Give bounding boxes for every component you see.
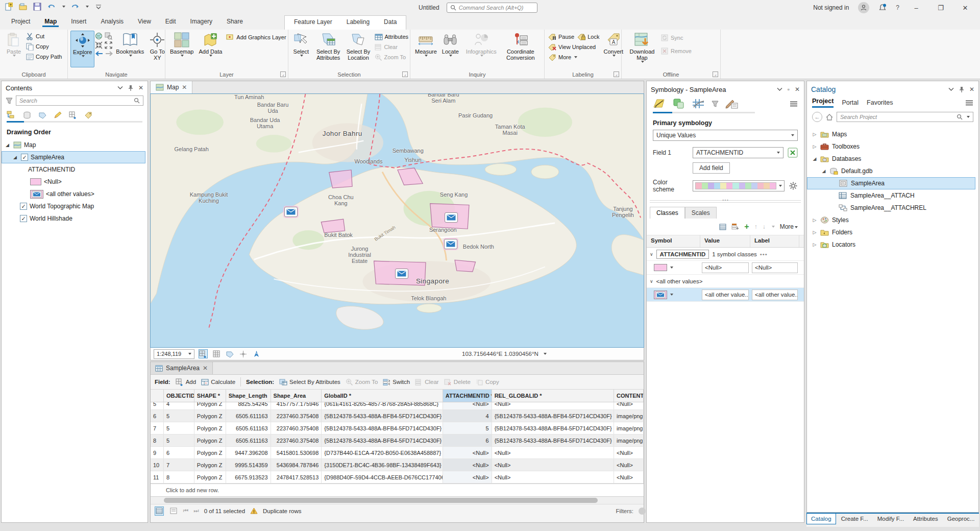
catalog-search-dropdown-icon[interactable] xyxy=(967,116,970,118)
column-header-shape_area[interactable]: Shape_Area xyxy=(271,390,322,402)
legend-item-other-values[interactable]: <all other values> xyxy=(2,188,148,200)
symbology-method-select[interactable]: Unique Values xyxy=(653,130,798,141)
cell[interactable]: 5 xyxy=(151,402,164,409)
column-header-objectid[interactable]: OBJECTID * xyxy=(164,390,194,402)
lock-labels-button[interactable]: Lock xyxy=(576,32,601,42)
class-row-null[interactable]: <Null> <Null> xyxy=(647,261,804,275)
catalog-bottom-tab-catalog[interactable]: Catalog xyxy=(806,514,836,524)
cell[interactable]: Polygon Z xyxy=(194,422,226,434)
cell[interactable]: <Null> xyxy=(492,402,614,409)
catalog-menu-chevron-icon[interactable] xyxy=(948,87,954,91)
row-selector-header[interactable] xyxy=(151,390,164,402)
coordinate-conversion-button[interactable]: Coordinate Conversion xyxy=(502,31,540,67)
new-project-icon[interactable] xyxy=(4,2,13,11)
labeling-dialog-launcher[interactable]: ⌟ xyxy=(614,71,619,77)
save-project-icon[interactable] xyxy=(33,2,42,11)
table-view-icon[interactable] xyxy=(155,506,164,516)
help-icon[interactable]: ? xyxy=(896,4,899,11)
symbology-close-icon[interactable]: ✕ xyxy=(795,86,800,93)
catalog-item-databases[interactable]: ◢Databases xyxy=(807,153,978,165)
table-row[interactable]: 54Polygon Z8825.542454157757.175946{061E… xyxy=(151,402,644,410)
list-by-labeling-icon[interactable] xyxy=(84,111,92,118)
selection-dialog-launcher[interactable]: ⌟ xyxy=(402,71,408,77)
scales-tab[interactable]: Scales xyxy=(685,207,717,219)
table-row[interactable]: 107Polygon Z9995.5143595436984.787846{31… xyxy=(151,459,644,471)
column-header-rel_globalid[interactable]: REL_GLOBALID * xyxy=(492,390,614,402)
null-value-cell[interactable]: <Null> xyxy=(702,262,749,273)
other-label-cell[interactable]: <all other value... xyxy=(752,289,798,300)
add-values-icon[interactable] xyxy=(731,223,739,230)
cell[interactable]: <Null> xyxy=(492,471,614,483)
cell[interactable]: 2478417.528513 xyxy=(271,471,322,483)
list-by-drawing-order-icon[interactable] xyxy=(7,111,16,119)
cell[interactable]: <Null> xyxy=(443,402,492,409)
go-to-xy-button[interactable]: Go To XY xyxy=(147,31,167,67)
catalog-close-icon[interactable]: ✕ xyxy=(969,86,974,93)
cell[interactable]: {5B124378-5433-488A-BFB4-5FD714CD430F} xyxy=(322,410,443,422)
transfer-selection-icon[interactable] xyxy=(225,349,234,358)
explore-button[interactable]: Explore xyxy=(70,31,94,67)
calculate-button[interactable]: =Calculate xyxy=(201,379,235,385)
ribbon-tab-view[interactable]: View xyxy=(131,15,158,27)
catalog-bottom-tab-attributes[interactable]: Attributes xyxy=(909,514,942,524)
cell[interactable]: 5 xyxy=(164,410,194,422)
topographic-checkbox[interactable]: ✓ xyxy=(20,203,27,210)
cell[interactable]: Polygon Z xyxy=(194,447,226,458)
classes-tab[interactable]: Classes xyxy=(650,207,685,219)
legend-item-null[interactable]: <Null> xyxy=(2,176,148,188)
cell[interactable]: 6505.611163 xyxy=(226,422,271,434)
select-button[interactable]: Select xyxy=(290,31,312,67)
last-record-icon[interactable]: ⏭ xyxy=(193,508,199,514)
ribbon-tab-analysis[interactable]: Analysis xyxy=(93,15,131,27)
cell[interactable]: 10 xyxy=(151,459,164,471)
grid-add-icon[interactable] xyxy=(199,349,208,358)
download-map-button[interactable]: Download Map xyxy=(625,31,659,67)
sync-button[interactable]: Sync xyxy=(659,33,693,43)
more-button[interactable]: More xyxy=(780,223,798,230)
column-header-attachmentid[interactable]: ATTACHMENTID * xyxy=(443,390,492,402)
class-row-other-values[interactable]: <all other value... <all other value... xyxy=(647,288,804,302)
cell[interactable]: {061E4161-8265-4857-B768-28A5F885868C} xyxy=(322,402,443,409)
add-class-icon[interactable]: + xyxy=(744,222,749,231)
contents-search-input[interactable]: Search xyxy=(16,95,143,106)
customize-qat-icon[interactable] xyxy=(94,2,103,11)
cell[interactable]: <Null> xyxy=(443,447,492,458)
notifications-icon[interactable] xyxy=(878,4,887,12)
class-group-other-values[interactable]: ∨ <all other values> xyxy=(647,275,804,288)
null-swatch-dropdown-icon[interactable] xyxy=(670,267,673,269)
field1-select[interactable]: ATTACHMENTID xyxy=(693,147,783,158)
other-value-cell[interactable]: <all other value... xyxy=(702,289,749,300)
duplicate-rows-warning[interactable]: Duplicate rows xyxy=(263,508,301,514)
cell[interactable]: <Null> xyxy=(492,447,614,458)
other-swatch-dropdown-icon[interactable] xyxy=(670,294,673,296)
clear-selection-button[interactable]: Clear xyxy=(373,42,410,52)
redo-dropdown-icon[interactable] xyxy=(86,6,89,8)
cell[interactable]: 8 xyxy=(164,471,194,483)
view-unplaced-button[interactable]: View Unplaced xyxy=(547,42,601,52)
tree-item-map[interactable]: ◢ Map xyxy=(2,139,148,151)
previous-extent-icon[interactable] xyxy=(95,51,103,57)
catalog-home-icon[interactable] xyxy=(825,113,834,121)
table-row[interactable]: 96Polygon Z9447.3962085415801.530698{D73… xyxy=(151,447,644,459)
zoom-selection-icon[interactable] xyxy=(105,32,112,40)
open-project-icon[interactable] xyxy=(18,2,28,11)
cell[interactable]: {5B124378-5433-488A-BFB4-5FD714CD430F} xyxy=(492,422,614,434)
table-row[interactable]: 65Polygon Z6505.6111632237460.375408{5B1… xyxy=(151,410,644,422)
map-view-tab[interactable]: Map ✕ xyxy=(151,81,192,93)
catalog-item-toolboxes[interactable]: ▷Toolboxes xyxy=(807,140,978,153)
fixed-zoom-in-icon[interactable] xyxy=(95,41,103,49)
sign-in-status[interactable]: Not signed in xyxy=(813,4,849,11)
cell[interactable]: Polygon Z xyxy=(194,471,226,483)
crosshair-icon[interactable] xyxy=(238,349,248,358)
cell[interactable]: Polygon Z xyxy=(194,410,226,422)
contextual-tab-labeling[interactable]: Labeling xyxy=(339,16,377,28)
cell[interactable]: 2237460.375408 xyxy=(271,410,322,422)
catalog-back-icon[interactable]: ← xyxy=(812,112,822,122)
filters-toggle[interactable] xyxy=(639,508,646,515)
cell[interactable]: 11 xyxy=(151,471,164,483)
other-class-swatch[interactable] xyxy=(654,291,667,299)
ribbon-tab-project[interactable]: Project xyxy=(4,15,37,27)
layer-dialog-launcher[interactable]: ⌟ xyxy=(280,71,286,77)
cell[interactable]: 6505.611163 xyxy=(226,435,271,446)
cell[interactable]: <Null> xyxy=(443,459,492,471)
